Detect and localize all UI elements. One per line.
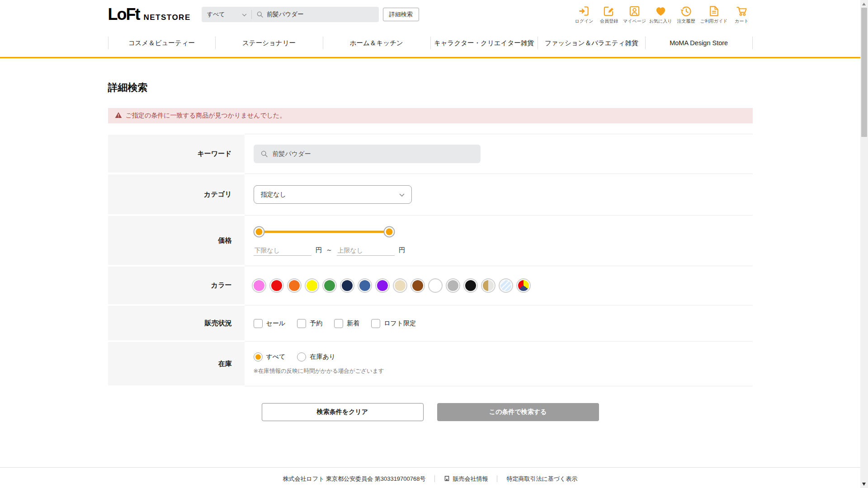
checkbox-preorder-box[interactable]	[297, 319, 306, 328]
color-swatch-red[interactable]	[271, 280, 282, 291]
order-history-link[interactable]: 注文履歴	[675, 5, 697, 24]
color-swatch-orange[interactable]	[289, 280, 300, 291]
checkbox-sale-box[interactable]	[254, 319, 263, 328]
loft-logo[interactable]: LoFt NETSTORE	[108, 5, 191, 24]
color-swatch-navy[interactable]	[342, 280, 353, 291]
price-max-input[interactable]	[337, 245, 395, 256]
search-icon	[256, 11, 264, 18]
register-link[interactable]: 会員登録	[598, 5, 620, 24]
checkbox-sale-label: セール	[266, 319, 286, 328]
price-range-slider[interactable]	[254, 226, 395, 238]
login-icon	[578, 5, 590, 17]
color-swatch-yellow[interactable]	[307, 280, 317, 291]
page-title: 詳細検索	[108, 81, 753, 94]
scrollbar-down-arrow-icon[interactable]	[862, 483, 866, 486]
form-row-stock: 在庫 すべて 在庫あり ※在庫情報の反映に時間がかかる場合がございます	[108, 341, 753, 386]
checkbox-preorder[interactable]: 予約	[297, 319, 322, 328]
login-link[interactable]: ログイン	[573, 5, 595, 24]
color-swatch-clear[interactable]	[500, 280, 511, 291]
favorites-link[interactable]: お気に入り	[649, 5, 672, 24]
color-swatch-black[interactable]	[465, 280, 476, 291]
category-select[interactable]: 指定なし	[254, 185, 412, 204]
color-swatch-white[interactable]	[430, 280, 441, 291]
color-label: カラー	[108, 266, 245, 305]
form-row-price: 価格 円 ～ 円	[108, 215, 753, 266]
checkbox-sale[interactable]: セール	[254, 319, 286, 328]
header-search-input[interactable]	[267, 11, 366, 18]
color-swatch-purple[interactable]	[377, 280, 388, 291]
radio-in-stock-label: 在庫あり	[310, 353, 335, 361]
scrollbar-thumb[interactable]	[861, 8, 867, 137]
advanced-search-button[interactable]: 詳細検索	[383, 8, 419, 21]
search-category-value: すべて	[207, 10, 225, 19]
color-swatch-beige[interactable]	[395, 280, 406, 291]
search-category-dropdown[interactable]: すべて	[202, 7, 251, 22]
keyword-input[interactable]	[254, 145, 481, 163]
site-footer: 株式会社ロフト 東京都公安委員会 第303319700768号 販売会社情報 特…	[0, 467, 860, 488]
slider-track	[259, 230, 389, 233]
checkbox-loft-exclusive-box[interactable]	[371, 319, 380, 328]
mypage-link[interactable]: マイページ	[623, 5, 646, 24]
nav-item-stationery[interactable]: ステーショナリー	[215, 29, 323, 57]
slider-handle-min[interactable]	[253, 226, 264, 237]
logo-netstore-text: NETSTORE	[143, 13, 190, 22]
search-with-conditions-button[interactable]: この条件で検索する	[437, 403, 599, 421]
form-row-sales-status: 販売状況 セール 予約 新着	[108, 305, 753, 341]
nav-item-character[interactable]: キャラクター・クリエイター雑貨	[430, 29, 538, 57]
clear-conditions-button[interactable]: 検索条件をクリア	[262, 403, 424, 421]
footer-separator	[497, 475, 497, 482]
advanced-search-form: キーワード カテゴリ 指定なし	[108, 134, 753, 386]
scrollbar-up-arrow-icon[interactable]	[862, 3, 866, 5]
favorites-label: お気に入り	[649, 18, 672, 24]
radio-in-stock-button[interactable]	[297, 352, 306, 361]
search-icon	[260, 150, 268, 160]
guide-icon	[708, 5, 720, 17]
warning-icon	[115, 112, 122, 120]
nav-item-fashion[interactable]: ファッション＆バラエティ雑貨	[538, 29, 645, 57]
checkbox-new[interactable]: 新着	[334, 319, 359, 328]
site-header: LoFt NETSTORE すべて 詳細検索	[0, 0, 860, 29]
category-selected-value: 指定なし	[261, 191, 287, 199]
mypage-icon	[628, 5, 641, 17]
no-results-message: ご指定の条件に一致する商品が見つかりませんでした。	[126, 112, 286, 120]
cart-icon	[736, 5, 748, 17]
checkbox-new-box[interactable]	[334, 319, 343, 328]
slider-handle-max[interactable]	[383, 226, 395, 237]
logo-loft-text: LoFt	[108, 5, 140, 24]
price-unit-min: 円	[316, 246, 322, 256]
stock-label: 在庫	[108, 341, 245, 386]
footer-legal-link[interactable]: 特定商取引法に基づく表示	[506, 475, 577, 483]
price-tilde: ～	[326, 246, 333, 256]
heart-icon	[655, 5, 667, 17]
form-actions: 検索条件をクリア この条件で検索する	[108, 403, 753, 421]
radio-stock-all[interactable]: すべて	[254, 352, 286, 361]
color-swatch-gray[interactable]	[448, 280, 458, 291]
search-divider	[251, 10, 252, 19]
vertical-scrollbar[interactable]	[860, 0, 868, 488]
color-swatch-green[interactable]	[324, 280, 335, 291]
footer-company-info-link[interactable]: 販売会社情報	[444, 475, 488, 483]
nav-item-moma[interactable]: MoMA Design Store	[645, 29, 753, 57]
color-swatch-multicolor[interactable]	[518, 280, 529, 291]
radio-stock-all-label: すべて	[266, 353, 286, 361]
header-quick-links: ログイン 会員登録 マイページ	[573, 5, 753, 24]
nav-item-home-kitchen[interactable]: ホーム＆キッチン	[323, 29, 430, 57]
radio-in-stock[interactable]: 在庫あり	[297, 352, 335, 361]
form-row-keyword: キーワード	[108, 134, 753, 174]
checkbox-loft-exclusive[interactable]: ロフト限定	[371, 319, 416, 328]
cart-link[interactable]: カート	[731, 5, 753, 24]
color-swatch-pink[interactable]	[254, 280, 264, 291]
guide-link[interactable]: ご利用ガイド	[700, 5, 728, 24]
color-swatch-blue[interactable]	[359, 280, 370, 291]
main-content: 詳細検索 ご指定の条件に一致する商品が見つかりませんでした。 キーワード	[108, 81, 753, 421]
radio-stock-all-button[interactable]	[254, 352, 263, 361]
price-min-input[interactable]	[254, 245, 311, 256]
form-row-color: カラー	[108, 266, 753, 305]
color-swatch-brown[interactable]	[412, 280, 423, 291]
color-swatches	[254, 280, 529, 291]
form-row-category: カテゴリ 指定なし	[108, 174, 753, 215]
no-results-banner: ご指定の条件に一致する商品が見つかりませんでした。	[108, 108, 753, 123]
color-swatch-metallic[interactable]	[483, 280, 494, 291]
nav-item-cosmetics[interactable]: コスメ＆ビューティー	[108, 29, 216, 57]
price-unit-max: 円	[399, 246, 406, 256]
